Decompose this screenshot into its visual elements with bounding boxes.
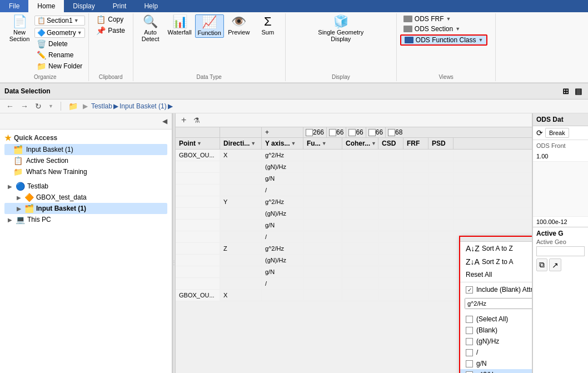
filter-button[interactable]: ⚗ — [192, 116, 202, 125]
add-row-button[interactable]: + — [179, 115, 188, 125]
view-ods-section[interactable]: ODS Section ▼ — [400, 24, 488, 33]
col-direction[interactable]: Directi... ▼ — [220, 138, 262, 149]
qa-item-training[interactable]: 📁 What's New Training — [4, 166, 167, 177]
view-ods-frf[interactable]: ODS FRF ▼ — [400, 14, 488, 23]
new-folder-button[interactable]: 📁 New Folder — [34, 61, 85, 71]
nav-refresh-button[interactable]: ↻ — [33, 101, 43, 111]
single-geometry-button[interactable]: 🧊 Single Geometry Display — [316, 14, 366, 43]
cell-yaxis-1d: / — [262, 185, 303, 196]
new-section-button[interactable]: 📄 New Section — [6, 14, 33, 43]
auto-detect-button[interactable]: 🔍 Auto Detect — [137, 14, 165, 43]
filter-item-blank[interactable]: (Blank) — [460, 325, 532, 336]
section-dropdown[interactable]: 📋 Section1 ▼ — [34, 16, 85, 26]
check-gnhz-icon[interactable] — [466, 338, 473, 345]
cell-coher-2d — [342, 231, 378, 242]
col-coher[interactable]: Coher... ▼ — [342, 138, 378, 149]
nav-folder-icon[interactable]: 📁 — [67, 101, 79, 111]
function-button[interactable]: 📈 Function — [195, 14, 224, 38]
add-col-button[interactable]: + — [262, 127, 303, 137]
geo-btn-1[interactable]: ⧉ — [536, 258, 547, 271]
sum-button[interactable]: Σ Sum — [254, 14, 282, 37]
delete-button[interactable]: 🗑️ Delete — [34, 39, 85, 49]
active-geo-input[interactable] — [536, 246, 585, 256]
this-pc-expand-icon: ▶ — [7, 217, 13, 223]
check-68-icon[interactable] — [388, 129, 395, 136]
check-slash-icon[interactable] — [466, 349, 473, 356]
checkbox-66a[interactable]: 66 — [327, 127, 346, 137]
nav-bar: ← → ↻ ▼ 📁 ▶ Testlab ▶ Input Basket (1) ▶ — [0, 100, 588, 113]
tree-testlab[interactable]: ▶ 🔵 Testlab — [4, 181, 167, 192]
checkbox-68[interactable]: 68 — [386, 127, 405, 137]
check-blank-icon[interactable] — [466, 327, 473, 334]
cell-csd-2a — [378, 196, 403, 207]
geometry-dropdown[interactable]: 🔷 Geometry ▼ — [34, 28, 85, 38]
checkbox-66c[interactable]: 66 — [366, 127, 386, 137]
col-fu[interactable]: Fu... ▼ — [303, 138, 342, 149]
check-266-icon[interactable] — [306, 129, 313, 136]
active-geo-section: Active G Active Geo ⧉ ↗ — [533, 227, 588, 273]
tree-input-basket[interactable]: ▶ 🗂️ Input Basket (1) — [4, 203, 167, 214]
tree-this-pc[interactable]: ▶ 💻 This PC — [4, 214, 167, 225]
filter-item-gn[interactable]: g/N — [460, 358, 532, 369]
checkbox-66b[interactable]: 66 — [346, 127, 366, 137]
tab-file[interactable]: File — [0, 0, 28, 12]
qa-input-basket-label: Input Basket (1) — [26, 146, 73, 153]
rename-label: Rename — [48, 51, 73, 59]
auto-detect-label: Auto Detect — [142, 29, 160, 42]
ods-section-icon — [403, 26, 412, 32]
ods-refresh-icon[interactable]: ⟳ — [536, 128, 543, 137]
col-yaxis[interactable]: Y axis... ▼ — [262, 138, 303, 149]
filter-item-slash[interactable]: / — [460, 347, 532, 358]
paste-button[interactable]: 📌 Paste — [94, 26, 127, 36]
col-psd[interactable]: PSD — [428, 138, 454, 149]
cell-psd-2c — [428, 220, 454, 231]
list-view-icon[interactable]: ▤ — [573, 86, 584, 97]
cell-dir-1c — [220, 173, 262, 184]
column-header-row: Point ▼ Directi... ▼ Y axis... ▼ Fu... ▼… — [176, 138, 532, 150]
collapse-panel-button[interactable]: ◀ — [161, 115, 168, 127]
check-gn-icon[interactable] — [466, 360, 473, 367]
check-g2hz-icon[interactable] — [466, 371, 473, 374]
filter-item-select-all[interactable]: (Select All) — [460, 314, 532, 325]
check-66b-icon[interactable] — [348, 129, 356, 136]
check-66c-icon[interactable] — [368, 129, 376, 136]
copy-button[interactable]: 📋 Copy — [94, 14, 127, 24]
tab-print[interactable]: Print — [104, 0, 136, 12]
col-csd[interactable]: CSD — [378, 138, 403, 149]
quick-access-header[interactable]: ★ Quick Access — [4, 132, 167, 144]
qa-item-input-basket[interactable]: 🗂️ Input Basket (1) — [4, 144, 167, 155]
tab-home[interactable]: Home — [28, 0, 64, 12]
break-button[interactable]: Break — [545, 128, 569, 138]
waterfall-button[interactable]: 📊 Waterfall — [166, 14, 194, 37]
clipboard-items: 📋 Copy 📌 Paste — [94, 14, 127, 80]
sort-az-item[interactable]: A↓Z Sort A to Z — [460, 242, 532, 255]
function-label: Function — [198, 29, 221, 36]
nav-forward-button[interactable]: → — [19, 101, 30, 111]
reset-all-item[interactable]: Reset All — [460, 268, 532, 281]
checkbox-266[interactable]: 266 — [303, 127, 327, 137]
check-66a-icon[interactable] — [329, 129, 336, 136]
tab-display[interactable]: Display — [64, 0, 103, 12]
nav-testlab[interactable]: Testlab — [91, 102, 112, 110]
check-select-all-icon[interactable] — [466, 316, 473, 323]
include-blank-checkbox[interactable] — [466, 286, 473, 294]
cell-psd-1c — [428, 173, 454, 184]
sort-za-item[interactable]: Z↓A Sort Z to A — [460, 255, 532, 268]
rename-button[interactable]: ✏️ Rename — [34, 50, 85, 60]
preview-button[interactable]: 👁️ Preview — [225, 14, 253, 37]
new-section-label: New Section — [9, 29, 30, 42]
filter-search-input[interactable] — [465, 299, 532, 309]
nav-back-button[interactable]: ← — [4, 101, 16, 111]
qa-item-active-section[interactable]: 📋 Active Section — [4, 155, 167, 166]
tree-gbox-data[interactable]: ▶ 🔶 GBOX_test_data — [4, 192, 167, 203]
filter-item-gnhz[interactable]: (gN)/Hz — [460, 336, 532, 347]
tile-view-icon[interactable]: ⊞ — [561, 86, 571, 97]
geo-btn-2[interactable]: ↗ — [549, 258, 561, 271]
col-frf[interactable]: FRF — [403, 138, 428, 149]
col-coher-arrow-icon: ▼ — [371, 141, 376, 146]
tab-help[interactable]: Help — [135, 0, 167, 12]
filter-item-g2hz[interactable]: g^2/Hz — [460, 369, 532, 373]
nav-input-basket[interactable]: Input Basket (1) — [119, 102, 167, 110]
col-point[interactable]: Point ▼ — [176, 138, 220, 149]
view-ods-function-class[interactable]: ODS Function Class ▼ — [400, 34, 488, 46]
